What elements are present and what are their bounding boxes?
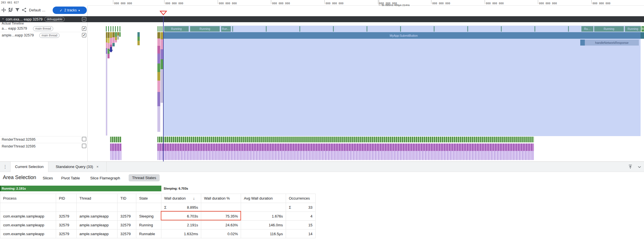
col-header-wall-duration[interactable]: Wall duration ↓ [161, 194, 201, 203]
sigma-symbol: Σ [289, 205, 291, 210]
pill-check-icon: ✓ [59, 8, 62, 13]
renderthread-slices[interactable] [157, 151, 534, 160]
col-header-tid[interactable]: TID [118, 194, 136, 203]
flame-column[interactable] [106, 32, 107, 136]
pan-zoom-icon[interactable] [1, 7, 6, 14]
sleeping-segment-label: Sleeping: 6.703s [164, 187, 188, 190]
flame-column[interactable] [108, 32, 110, 58]
track-row-renderthread-2[interactable]: RenderThread 32595 [0, 143, 87, 150]
time-marker-label: 8s 895ms 466μs 214ns [382, 3, 410, 7]
renderthread-slices[interactable] [110, 143, 122, 151]
details-tabbar: ⋮ Current Selection Standalone Query (33… [0, 161, 644, 172]
track-row-renderthread-1[interactable]: RenderThread 32595 [0, 136, 87, 143]
process-group-header[interactable]: ^ com.exa… eapp 32579 debuggable [0, 16, 644, 22]
renderthread-slices[interactable] [110, 137, 122, 142]
track-checkbox-unchecked[interactable] [82, 144, 86, 148]
track-row-actual-timeline[interactable]: Actual Timeline [0, 22, 87, 26]
col-header-avg-wall-duration[interactable]: Avg Wall duration [241, 194, 286, 203]
track-label: RenderThread 32595 [2, 144, 36, 148]
col-header-thread[interactable]: Thread [77, 194, 118, 203]
magnet-icon[interactable] [8, 7, 13, 14]
ruler-tick: 000 000 000 [591, 0, 610, 4]
flame-column[interactable] [112, 32, 115, 46]
tab-current-selection[interactable]: Current Selection [10, 162, 48, 172]
col-header-pid[interactable]: PID [56, 194, 77, 203]
perfetto-trace-viewer: 203 661 027 000 000 000000 000 000000 00… [0, 0, 644, 244]
tab-slice-flamegraph[interactable]: Slice Flamegraph [90, 176, 120, 180]
chevron-down-icon[interactable] [637, 164, 642, 171]
section-title: Area Selection [3, 175, 36, 181]
flame-column[interactable] [157, 32, 160, 132]
sigma-symbol: Σ [164, 205, 166, 210]
track-row-main-thread-2[interactable]: ample…eapp 32579 main thread [0, 32, 87, 40]
tab-standalone-query[interactable]: Standalone Query (33) × [48, 162, 107, 172]
filter-icon[interactable] [15, 7, 20, 14]
flame-column[interactable] [117, 32, 119, 40]
occurrences-total: 33 [308, 205, 312, 210]
table-row[interactable]: com.example.sampleapp 32579 ample.sample… [0, 212, 316, 221]
runnable-sliver [0, 186, 1, 191]
timeline-ruler: 203 661 027 000 000 000000 000 000000 00… [0, 0, 644, 6]
ruler-baseline [88, 5, 644, 6]
state-breakdown-bar: Running: 2.191s Sleeping: 6.703s [0, 186, 644, 191]
renderthread-slices[interactable] [157, 143, 534, 151]
ruler-tick-label: 000 000 000 [218, 2, 237, 5]
flow-events-icon[interactable] [22, 7, 27, 14]
track-checkbox-unchecked[interactable] [82, 137, 86, 141]
running-ticks[interactable] [157, 26, 162, 32]
tab-label: Current Selection [15, 165, 44, 169]
ruler-tick-label: 000 000 000 [592, 2, 610, 5]
main-thread-chip: main thread [33, 26, 53, 31]
workspace-selector[interactable]: Default … [29, 8, 46, 12]
renderthread-slices[interactable] [110, 151, 122, 160]
tab-thread-states[interactable]: Thread States [129, 174, 160, 181]
ruler-tick: 000 000 000 [324, 0, 343, 4]
track-label: RenderThread 32595 [2, 138, 36, 142]
sort-desc-icon[interactable]: ↓ [193, 196, 195, 200]
flame-column[interactable] [161, 32, 163, 103]
ruler-tick-label: 000 000 000 [271, 2, 290, 5]
ruler-tick: 000 000 000 [164, 0, 183, 4]
time-marker-leader [379, 5, 381, 5]
group-select-checkbox[interactable] [82, 17, 86, 21]
col-header-state[interactable]: State [136, 194, 161, 203]
col-header-occurrences[interactable]: Occurrences [286, 194, 316, 203]
ruler-tick: 000 000 000 [218, 0, 237, 4]
track-label: ample…eapp 32579 [2, 33, 34, 37]
table-row[interactable]: com.example.sampleapp 32579 ample.sample… [0, 229, 316, 238]
group-collapse-caret[interactable]: ^ [2, 18, 4, 21]
col-header-process[interactable]: Process [0, 194, 56, 203]
time-marker-tick [379, 0, 379, 5]
col-header-wall-duration-pct[interactable]: Wall duration % [201, 194, 241, 203]
collapse-panel-icon[interactable] [628, 164, 633, 171]
track-label: Actual Timeline [2, 22, 87, 25]
track-label: a… eapp 32579 [2, 26, 27, 30]
track-checkbox-checked[interactable]: ✓ [82, 26, 86, 31]
track-checkbox-checked[interactable]: ✓ [82, 33, 86, 37]
ruler-tick-label: 000 000 000 [325, 2, 343, 5]
flame-column[interactable] [137, 32, 140, 45]
flame-column[interactable] [119, 32, 121, 37]
ruler-ticks: 000 000 000000 000 000000 000 000000 000… [0, 0, 644, 6]
flag-marker-icon[interactable] [160, 11, 167, 17]
renderthread-slices[interactable] [157, 137, 534, 142]
tab-slices[interactable]: Slices [43, 176, 53, 180]
table-row[interactable]: com.example.sampleapp 32579 ample.sample… [0, 221, 316, 229]
ruler-tick-label: 000 000 000 [538, 2, 557, 5]
tracks-pill-button[interactable]: ✓ 2 tracks ▾ [53, 7, 87, 14]
tab-close-icon[interactable]: × [96, 165, 99, 169]
running-segment-label: Running: 2.191s [2, 187, 26, 190]
kebab-menu-icon[interactable]: ⋮ [3, 164, 7, 169]
tab-pivot-table[interactable]: Pivot Table [61, 176, 80, 180]
ruler-tick: 000 000 000 [538, 0, 557, 4]
running-ticks[interactable] [106, 26, 121, 32]
pill-label: 2 tracks [64, 8, 77, 12]
track-row-main-thread-1[interactable]: a… eapp 32579 main thread [0, 26, 87, 32]
running-slice[interactable]: R [641, 26, 644, 32]
tab-label: Standalone Query (33) [56, 165, 93, 169]
ruler-tick-label: 000 000 000 [431, 2, 450, 5]
panel-divider [87, 6, 88, 161]
selection-boundary-line [163, 16, 164, 161]
thread-state-table: Process PID Thread TID State Wall durati… [0, 194, 316, 238]
flame-column[interactable] [115, 32, 117, 42]
